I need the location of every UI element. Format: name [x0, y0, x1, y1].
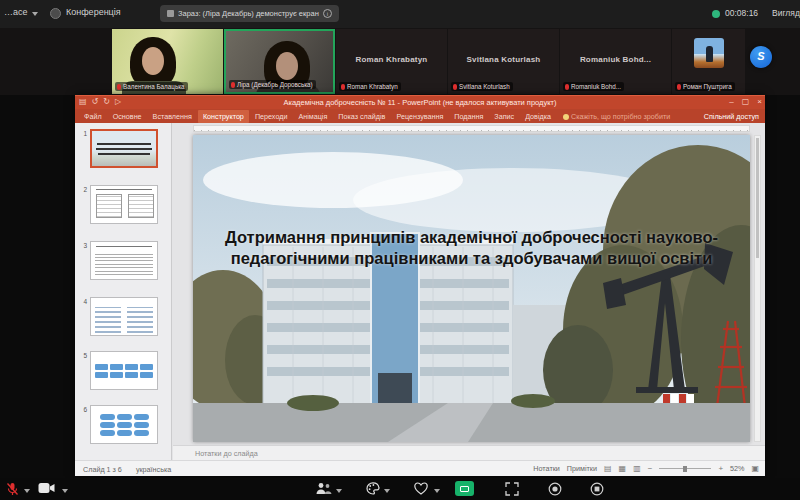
- vertical-scrollbar[interactable]: [754, 135, 761, 442]
- minimize-button[interactable]: –: [729, 97, 733, 106]
- stop-button[interactable]: [590, 482, 604, 496]
- muted-mic-icon: [117, 84, 121, 90]
- sharing-banner[interactable]: Зараз: (Ліра Декабрь) демонструє екран i: [160, 5, 339, 22]
- mic-muted-button[interactable]: [6, 482, 19, 496]
- conference-icon: [50, 8, 61, 19]
- thumb-number: 6: [79, 405, 87, 444]
- participant-tile-active-speaker[interactable]: Ліра (Декабрь Доровська): [224, 29, 335, 94]
- zoom-slider[interactable]: [659, 468, 711, 469]
- thumbnail-slide-4[interactable]: [90, 297, 158, 336]
- chevron-down-icon[interactable]: [32, 12, 38, 16]
- tab-transitions[interactable]: Переходи: [250, 110, 293, 123]
- thumb-number: 4: [79, 297, 87, 336]
- participant-name: Roman Khrabatyn: [336, 55, 447, 64]
- thumb-number: 3: [79, 241, 87, 280]
- thumbnail-slide-2[interactable]: [90, 185, 158, 224]
- tab-design-active[interactable]: Конструктор: [198, 110, 249, 123]
- participant-name-chip: Romaniuk Bohd...: [563, 82, 624, 91]
- muted-mic-icon: [453, 84, 457, 90]
- fullscreen-button[interactable]: [505, 482, 519, 496]
- tab-help[interactable]: Довідка: [520, 110, 556, 123]
- pp-title-bar[interactable]: ▤ ↺ ↻ ▷ Академічна доброчесність № 11 - …: [75, 95, 765, 109]
- normal-view-icon[interactable]: ▤: [604, 464, 612, 473]
- conference-label: Конференція: [66, 7, 121, 17]
- fit-to-window-icon[interactable]: ▣: [751, 464, 759, 473]
- tab-animations[interactable]: Анімація: [293, 110, 332, 123]
- zoom-percentage[interactable]: 52%: [730, 464, 744, 473]
- reactions-heart-button[interactable]: [414, 482, 428, 495]
- thumbnail-slide-3[interactable]: [90, 241, 158, 280]
- sharing-banner-text: Зараз: (Ліра Декабрь) демонструє екран: [178, 9, 319, 18]
- account-menu[interactable]: …асе: [4, 7, 28, 17]
- annotate-caret[interactable]: [384, 489, 390, 493]
- pp-share-button[interactable]: Спільний доступ: [704, 112, 759, 121]
- thumb-number: 5: [79, 351, 87, 390]
- muted-mic-icon: [341, 84, 345, 90]
- annotate-palette-button[interactable]: [366, 482, 380, 495]
- reactions-caret[interactable]: [434, 489, 440, 493]
- tab-insert[interactable]: Вставлення: [148, 110, 197, 123]
- thumb-number: 2: [79, 185, 87, 224]
- participant-tile-video[interactable]: Валентина Балацька: [112, 29, 223, 94]
- participant-name-chip: Валентина Балацька: [115, 82, 188, 91]
- zoom-in-button[interactable]: +: [718, 464, 723, 473]
- participant-name-chip: Svitlana Koturlash: [451, 82, 513, 91]
- maximize-button[interactable]: ▢: [742, 97, 750, 106]
- camera-button[interactable]: [38, 482, 55, 494]
- info-icon[interactable]: i: [323, 9, 332, 18]
- participant-name-chip: Роман Пуштрига: [675, 82, 735, 91]
- slide-title[interactable]: Дотримання принципів академічної доброче…: [215, 227, 727, 269]
- messenger-bubble-icon[interactable]: S: [750, 46, 772, 68]
- record-button[interactable]: [548, 482, 562, 496]
- notes-placeholder: Нотатки до слайда: [195, 449, 258, 458]
- participant-name-chip: Roman Khrabatyn: [339, 82, 401, 91]
- reading-view-icon[interactable]: ▥: [633, 464, 641, 473]
- tell-me-box[interactable]: Скажіть, що потрібно зробити: [563, 112, 670, 121]
- slide-canvas[interactable]: Дотримання принципів академічної доброче…: [193, 135, 750, 442]
- slide-sorter-icon[interactable]: ▦: [619, 464, 627, 473]
- thumbnail-slide-1[interactable]: [90, 129, 158, 168]
- screen: …асе Конференція Зараз: (Ліра Декабрь) д…: [0, 0, 800, 500]
- recording-indicator-icon: [712, 10, 720, 18]
- tab-record[interactable]: Запис: [489, 110, 519, 123]
- view-menu-button[interactable]: Вигляд: [772, 8, 800, 18]
- tab-file[interactable]: Файл: [79, 110, 107, 123]
- participant-name: Romaniuk Bohd...: [560, 55, 671, 64]
- pp-ribbon-tabs: Файл Основне Вставлення Конструктор Пере…: [75, 109, 765, 123]
- notes-pane[interactable]: Нотатки до слайда: [173, 445, 765, 460]
- participant-tile[interactable]: Romaniuk Bohd... Romaniuk Bohd...: [560, 29, 671, 94]
- tab-slideshow[interactable]: Показ слайдів: [333, 110, 390, 123]
- pp-status-bar: Слайд 1 з 6 українська Нотатки Примітки …: [75, 460, 765, 476]
- participant-name: Svitlana Koturlash: [448, 55, 559, 64]
- horizontal-ruler: [193, 125, 750, 132]
- thumbnail-slide-6[interactable]: [90, 405, 158, 444]
- language-indicator[interactable]: українська: [136, 465, 171, 474]
- participant-tile[interactable]: Roman Khrabatyn Roman Khrabatyn: [336, 29, 447, 94]
- pp-window-title: Академічна доброчесність № 11 - PowerPoi…: [75, 98, 765, 107]
- screen-share-active-button[interactable]: [455, 481, 474, 496]
- powerpoint-window: ▤ ↺ ↻ ▷ Академічна доброчесність № 11 - …: [75, 95, 765, 476]
- participant-tile[interactable]: Svitlana Koturlash Svitlana Koturlash: [448, 29, 559, 94]
- comments-toggle[interactable]: Примітки: [567, 464, 597, 473]
- participant-tile-avatar[interactable]: Роман Пуштрига: [672, 29, 745, 94]
- slide-thumbnail-panel[interactable]: 1 2 3: [75, 123, 172, 460]
- tab-review[interactable]: Рецензування: [391, 110, 448, 123]
- camera-options-caret[interactable]: [62, 489, 68, 493]
- slide-background-photo: [193, 135, 750, 442]
- thumbnail-slide-5[interactable]: [90, 351, 158, 390]
- participant-strip: Валентина Балацька Ліра (Декабрь Доровсь…: [0, 28, 800, 95]
- avatar: [694, 38, 724, 68]
- participants-button[interactable]: [316, 482, 332, 495]
- zoom-out-button[interactable]: −: [648, 464, 653, 473]
- slide-counter: Слайд 1 з 6: [83, 465, 122, 474]
- meeting-control-bar: [0, 478, 800, 500]
- close-button[interactable]: ×: [757, 97, 762, 106]
- tab-view[interactable]: Подання: [449, 110, 488, 123]
- recording-timer: 00:08:16: [725, 8, 758, 18]
- participants-caret[interactable]: [336, 489, 342, 493]
- screen-icon: [167, 10, 174, 17]
- tab-home[interactable]: Основне: [108, 110, 147, 123]
- mic-options-caret[interactable]: [24, 489, 30, 493]
- meeting-top-bar: …асе Конференція Зараз: (Ліра Декабрь) д…: [0, 0, 800, 28]
- notes-toggle[interactable]: Нотатки: [533, 464, 560, 473]
